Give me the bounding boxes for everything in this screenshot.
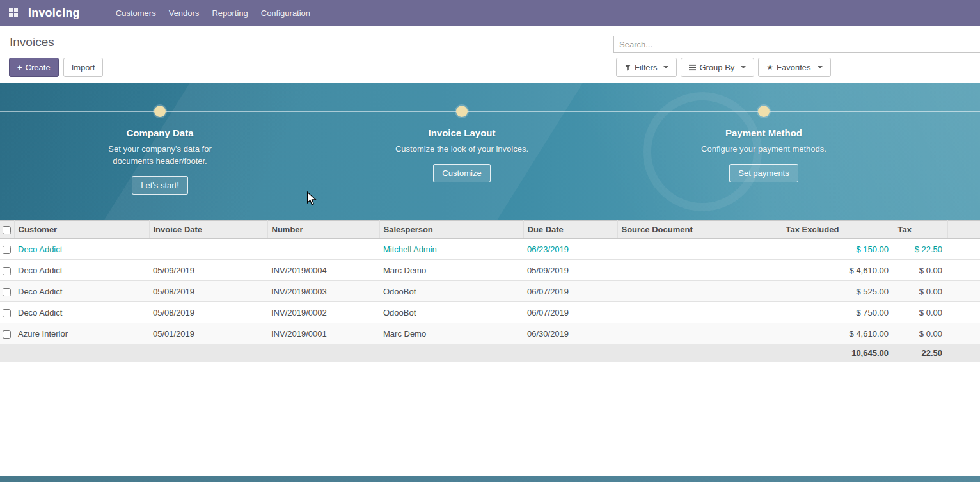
control-panel: Invoices + Create Import Filters: [0, 26, 980, 83]
cell-customer: Azure Interior: [14, 323, 149, 344]
step-title: Invoice Layout: [428, 127, 495, 138]
total-tax: 22.50: [894, 344, 947, 362]
cell-spacer: [947, 302, 980, 323]
filter-icon: [624, 64, 631, 71]
invoice-row[interactable]: Deco Addict 05/08/2019 INV/2019/0003 Odo…: [0, 281, 980, 302]
chevron-down-icon: [663, 66, 668, 68]
app-name[interactable]: Invoicing: [28, 6, 80, 20]
step-dot-invoice-layout: [456, 106, 468, 117]
invoice-row[interactable]: Deco Addict 05/08/2019 INV/2019/0002 Odo…: [0, 302, 980, 323]
cell-tax: $ 22.50: [894, 239, 947, 260]
column-header-source-document[interactable]: Source Document: [617, 221, 782, 239]
cell-number: INV/2019/0004: [267, 260, 379, 281]
cell-due-date: 06/30/2019: [523, 323, 617, 344]
cell-number: [267, 239, 379, 260]
menu-vendors[interactable]: Vendors: [162, 0, 206, 26]
cell-tax-excluded: $ 150.00: [782, 239, 894, 260]
cell-salesperson: Marc Demo: [379, 260, 523, 281]
column-header-number[interactable]: Number: [267, 221, 379, 239]
cell-source-document: [617, 239, 782, 260]
row-select-cell: [0, 239, 14, 260]
select-all-cell: [0, 221, 14, 239]
filters-button[interactable]: Filters: [616, 58, 677, 77]
customize-button[interactable]: Customize: [433, 164, 490, 182]
chevron-down-icon: [741, 66, 746, 68]
action-buttons: + Create Import: [9, 58, 103, 77]
table-footer: 10,645.00 22.50: [0, 344, 980, 362]
row-checkbox[interactable]: [3, 246, 11, 254]
cell-source-document: [617, 281, 782, 302]
menu-customers[interactable]: Customers: [109, 0, 162, 26]
row-checkbox[interactable]: [3, 288, 11, 296]
cell-tax-excluded: $ 4,610.00: [782, 323, 894, 344]
group-by-button-label: Group By: [699, 63, 734, 72]
cell-salesperson: Mitchell Admin: [379, 239, 523, 260]
row-checkbox[interactable]: [3, 309, 11, 317]
totals-row: 10,645.00 22.50: [0, 344, 980, 362]
cell-due-date: 06/23/2019: [523, 239, 617, 260]
search-options: Filters Group By ★ Favorites: [616, 58, 831, 77]
cell-tax: $ 0.00: [894, 302, 947, 323]
create-button[interactable]: + Create: [9, 58, 59, 77]
cell-due-date: 06/07/2019: [523, 302, 617, 323]
cell-customer: Deco Addict: [14, 302, 149, 323]
step-description: Configure your payment methods.: [701, 143, 826, 155]
column-header-due-date[interactable]: Due Date: [523, 221, 617, 239]
menu-reporting[interactable]: Reporting: [205, 0, 254, 26]
invoice-row[interactable]: Azure Interior 05/01/2019 INV/2019/0001 …: [0, 323, 980, 344]
invoice-table-body: Deco Addict Mitchell Admin 06/23/2019 $ …: [0, 239, 980, 344]
favorites-button-label: Favorites: [777, 63, 810, 72]
cell-salesperson: OdooBot: [379, 281, 523, 302]
row-select-cell: [0, 281, 14, 302]
cell-invoice-date: 05/01/2019: [149, 323, 267, 344]
import-button[interactable]: Import: [63, 58, 104, 77]
menu-configuration[interactable]: Configuration: [255, 0, 317, 26]
invoice-row[interactable]: Deco Addict Mitchell Admin 06/23/2019 $ …: [0, 239, 980, 260]
select-all-checkbox[interactable]: [3, 226, 11, 234]
chevron-down-icon: [818, 66, 823, 68]
cell-tax-excluded: $ 4,610.00: [782, 260, 894, 281]
plus-icon: +: [17, 63, 22, 72]
total-tax-excluded: 10,645.00: [782, 344, 894, 362]
cell-number: INV/2019/0003: [267, 281, 379, 302]
top-navbar: Invoicing Customers Vendors Reporting Co…: [0, 0, 980, 26]
search-input[interactable]: [613, 36, 980, 53]
cell-spacer: [947, 323, 980, 344]
cell-tax: $ 0.00: [894, 323, 947, 344]
cell-spacer: [947, 239, 980, 260]
import-button-label: Import: [72, 63, 95, 72]
create-button-label: Create: [26, 63, 51, 72]
favorites-button[interactable]: ★ Favorites: [758, 58, 830, 77]
cell-customer: Deco Addict: [14, 239, 149, 260]
cell-tax: $ 0.00: [894, 281, 947, 302]
star-icon: ★: [766, 63, 773, 71]
step-dot-payment-method: [758, 106, 770, 117]
group-by-icon: [689, 64, 696, 71]
column-header-customer[interactable]: Customer: [14, 221, 149, 239]
column-header-tax-excluded[interactable]: Tax Excluded: [782, 221, 894, 239]
column-header-tax[interactable]: Tax: [894, 221, 947, 239]
invoice-row[interactable]: Deco Addict 05/09/2019 INV/2019/0004 Mar…: [0, 260, 980, 281]
apps-menu-icon[interactable]: [0, 0, 27, 26]
lets-start-button[interactable]: Let's start!: [132, 176, 188, 195]
row-checkbox[interactable]: [3, 267, 11, 275]
row-checkbox[interactable]: [3, 330, 11, 339]
onboarding-step-payment-method: Payment Method Configure your payment me…: [613, 83, 915, 220]
cell-due-date: 05/09/2019: [523, 260, 617, 281]
onboarding-panel: Company Data Set your company's data for…: [0, 83, 980, 220]
onboarding-step-company-data: Company Data Set your company's data for…: [9, 83, 311, 220]
cell-due-date: 06/07/2019: [523, 281, 617, 302]
column-header-invoice-date[interactable]: Invoice Date: [149, 221, 267, 239]
cell-number: INV/2019/0002: [267, 302, 379, 323]
column-header-salesperson[interactable]: Salesperson: [379, 221, 523, 239]
page-title: Invoices: [10, 35, 54, 49]
set-payments-button[interactable]: Set payments: [729, 164, 798, 182]
cell-source-document: [617, 260, 782, 281]
row-select-cell: [0, 323, 14, 344]
cell-customer: Deco Addict: [14, 281, 149, 302]
row-select-cell: [0, 260, 14, 281]
cell-customer: Deco Addict: [14, 260, 149, 281]
cell-tax-excluded: $ 750.00: [782, 302, 894, 323]
group-by-button[interactable]: Group By: [681, 58, 754, 77]
cell-invoice-date: 05/09/2019: [149, 260, 267, 281]
